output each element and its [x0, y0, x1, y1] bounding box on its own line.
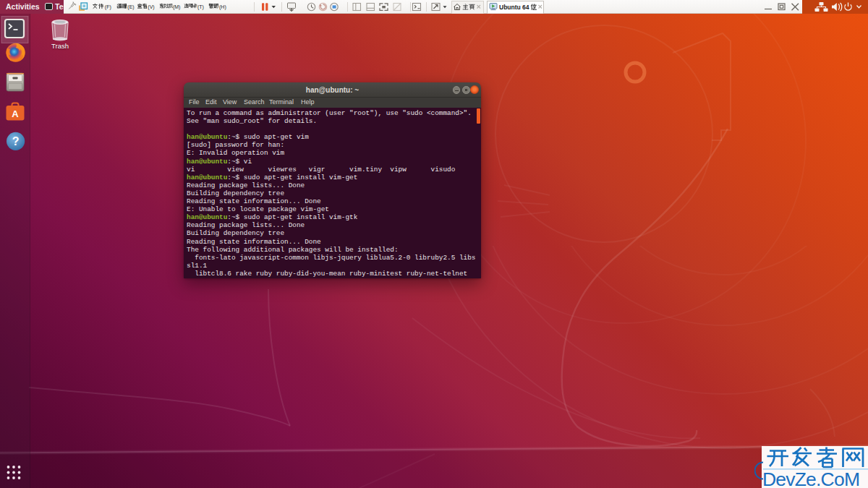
svg-text:Ubuntu 64: Ubuntu 64 — [499, 4, 529, 11]
svg-text:(F): (F) — [105, 4, 111, 10]
svg-text:A: A — [12, 108, 19, 119]
svg-text:(E): (E) — [127, 4, 134, 10]
svg-text:DevZe.CoM: DevZe.CoM — [762, 468, 859, 488]
svg-text:(M): (M) — [173, 4, 181, 10]
svg-text:?: ? — [12, 135, 20, 147]
svg-text:(V): (V) — [148, 4, 154, 10]
svg-text:(T): (T) — [197, 4, 204, 10]
svg-text:(H): (H) — [219, 4, 226, 10]
